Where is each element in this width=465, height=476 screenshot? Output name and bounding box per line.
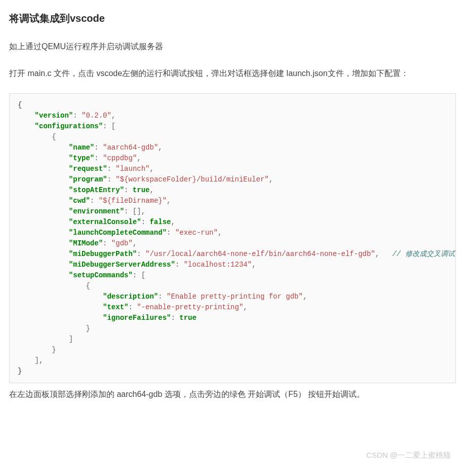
code-request: launch — [120, 165, 145, 173]
paragraph-2: 打开 main.c 文件，点击 vscode左侧的运行和调试按钮，弹出对话框选择… — [9, 66, 456, 81]
code-program: ${workspaceFolder}/build/miniEuler — [120, 175, 265, 184]
code-launchcompletecommand: exec-run — [179, 229, 213, 237]
section-heading: 将调试集成到vscode — [9, 9, 456, 27]
code-sc-text: -enable-pretty-printing — [141, 303, 239, 311]
code-name: aarch64-gdb — [107, 143, 153, 152]
code-externalconsole: false — [149, 218, 171, 226]
code-sc-description: Enable pretty-printing for gdb — [171, 292, 298, 301]
code-version: 0.2.0 — [86, 112, 107, 120]
code-block: { "version": "0.2.0", "configurations": … — [9, 93, 456, 383]
code-stopatentry: true — [133, 186, 150, 194]
code-mimode: gdb — [115, 239, 128, 247]
code-setupcommands-key: setupCommands — [73, 271, 128, 279]
code-sc-ignorefailures: true — [179, 314, 197, 322]
code-comment: // 修改成交叉调试器 — [392, 250, 456, 258]
code-midebuggerpath: /usr/local/aarch64-none-elf/bin/aarch64-… — [149, 250, 371, 258]
code-midebuggerserveraddress: localhost:1234 — [188, 261, 248, 269]
code-configurations-key: configurations — [39, 122, 99, 130]
code-environment: [] — [133, 207, 141, 215]
code-cwd: ${fileDirname} — [103, 197, 163, 205]
paragraph-1: 如上通过QEMU运行程序并启动调试服务器 — [9, 40, 456, 54]
code-type: cppdbg — [107, 154, 132, 162]
paragraph-3: 在左边面板顶部选择刚添加的 aarch64-gdb 选项，点击旁边的绿色 开始调… — [9, 387, 456, 402]
